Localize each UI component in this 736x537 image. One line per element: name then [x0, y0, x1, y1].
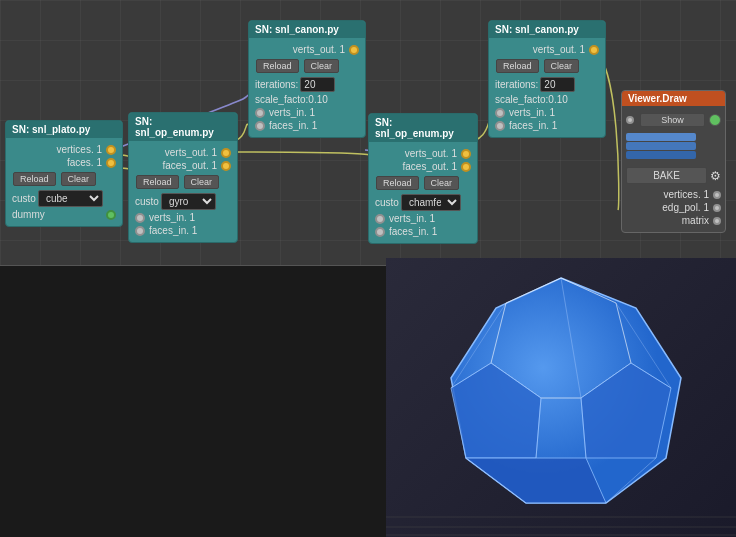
socket-canon1-verts-in [255, 108, 265, 118]
socket-viewer-matrix [713, 217, 721, 225]
node-plato-btn-row: Reload Clear [12, 171, 116, 187]
viewer-verts-out: vertices. 1 [626, 189, 721, 200]
socket-canon2-faces-in [495, 121, 505, 131]
viewer-show-toggle[interactable] [709, 114, 721, 126]
socket-viewer-show [626, 116, 634, 124]
node-op2-clear-btn[interactable]: Clear [424, 176, 460, 190]
3d-shape-viewport [386, 258, 736, 537]
node-plato-custo-dropdown[interactable]: cube [38, 190, 103, 207]
viewer-color-2 [626, 142, 696, 150]
viewer-draw-header: Viewer.Draw [622, 91, 725, 106]
node-editor-canvas: SN: snl_plato.py vertices. 1 faces. 1 Re… [0, 0, 736, 537]
node-op1-faces-in: faces_in. 1 [135, 225, 231, 236]
node-canon1-iter-row: iterations: [255, 77, 359, 92]
node-plato-dummy-row: dummy [12, 209, 116, 220]
node-plato-verts-out: vertices. 1 [12, 144, 116, 155]
node-plato-custo-row: custo cube [12, 190, 116, 207]
node-canon-1-header: SN: snl_canon.py [249, 21, 365, 38]
node-snl-canon-1: SN: snl_canon.py verts_out. 1 Reload Cle… [248, 20, 366, 138]
socket-canon1-faces-in [255, 121, 265, 131]
node-op1-faces-out: faces_out. 1 [135, 160, 231, 171]
socket-op2-verts-out [461, 149, 471, 159]
node-canon1-verts-out: verts_out. 1 [255, 44, 359, 55]
socket-plato-dummy [106, 210, 116, 220]
node-op1-clear-btn[interactable]: Clear [184, 175, 220, 189]
node-plato-faces-out: faces. 1 [12, 157, 116, 168]
node-op1-custo-dropdown[interactable]: gyro [161, 193, 216, 210]
node-canon1-clear-btn[interactable]: Clear [304, 59, 340, 73]
socket-viewer-edg [713, 204, 721, 212]
node-canon2-reload-btn[interactable]: Reload [496, 59, 539, 73]
node-op1-verts-in: verts_in. 1 [135, 212, 231, 223]
node-canon2-verts-in: verts_in. 1 [495, 107, 599, 118]
node-snl-canon-2: SN: snl_canon.py verts_out. 1 Reload Cle… [488, 20, 606, 138]
socket-op1-faces-out [221, 161, 231, 171]
socket-plato-faces-out [106, 158, 116, 168]
socket-op2-verts-in [375, 214, 385, 224]
node-canon2-iter-row: iterations: [495, 77, 599, 92]
viewer-show-row: Show [626, 112, 721, 128]
floor-grid [386, 497, 736, 537]
node-op2-faces-out: faces_out. 1 [375, 161, 471, 172]
node-canon1-verts-in: verts_in. 1 [255, 107, 359, 118]
socket-op1-faces-in [135, 226, 145, 236]
viewer-draw-panel: Viewer.Draw Show BAKE ⚙ vertices. 1 [621, 90, 726, 233]
node-op2-verts-in: verts_in. 1 [375, 213, 471, 224]
socket-canon2-verts-in [495, 108, 505, 118]
node-snl-plato: SN: snl_plato.py vertices. 1 faces. 1 Re… [5, 120, 123, 227]
node-canon2-scale-row: scale_facto:0.10 [495, 94, 599, 105]
socket-op1-verts-out [221, 148, 231, 158]
node-canon1-iter-input[interactable] [300, 77, 335, 92]
viewer-matrix-out: matrix [626, 215, 721, 226]
node-op1-btn-row: Reload Clear [135, 174, 231, 190]
node-canon1-scale-row: scale_facto:0.10 [255, 94, 359, 105]
socket-op1-verts-in [135, 213, 145, 223]
socket-plato-verts-out [106, 145, 116, 155]
node-op-enum-2-header: SN: snl_op_enum.py [369, 114, 477, 142]
socket-viewer-verts [713, 191, 721, 199]
node-snl-op-enum-2: SN: snl_op_enum.py verts_out. 1 faces_ou… [368, 113, 478, 244]
dodecahedron-svg [386, 258, 736, 537]
viewer-edg-out: edg_pol. 1 [626, 202, 721, 213]
node-op-enum-1-header: SN: snl_op_enum.py [129, 113, 237, 141]
node-canon2-clear-btn[interactable]: Clear [544, 59, 580, 73]
node-op1-reload-btn[interactable]: Reload [136, 175, 179, 189]
viewer-show-btn[interactable]: Show [640, 113, 705, 127]
node-op2-custo-row: custo chamfer [375, 194, 471, 211]
socket-op2-faces-in [375, 227, 385, 237]
socket-op2-faces-out [461, 162, 471, 172]
node-canon2-faces-in: faces_in. 1 [495, 120, 599, 131]
viewer-bake-row: BAKE ⚙ [626, 164, 721, 187]
node-plato-clear-btn[interactable]: Clear [61, 172, 97, 186]
node-snl-plato-header: SN: snl_plato.py [6, 121, 122, 138]
node-op2-verts-out: verts_out. 1 [375, 148, 471, 159]
node-plato-reload-btn[interactable]: Reload [13, 172, 56, 186]
viewer-color-strips [626, 130, 721, 162]
node-op1-custo-row: custo gyro [135, 193, 231, 210]
socket-canon2-verts-out [589, 45, 599, 55]
node-op2-btn-row: Reload Clear [375, 175, 471, 191]
node-op2-reload-btn[interactable]: Reload [376, 176, 419, 190]
node-snl-op-enum-1: SN: snl_op_enum.py verts_out. 1 faces_ou… [128, 112, 238, 243]
node-op1-verts-out: verts_out. 1 [135, 147, 231, 158]
viewer-color-1 [626, 133, 696, 141]
node-canon-2-header: SN: snl_canon.py [489, 21, 605, 38]
node-canon2-iter-input[interactable] [540, 77, 575, 92]
node-canon1-faces-in: faces_in. 1 [255, 120, 359, 131]
node-op2-custo-dropdown[interactable]: chamfer [401, 194, 461, 211]
socket-canon1-verts-out [349, 45, 359, 55]
node-canon1-btn-row: Reload Clear [255, 58, 359, 74]
viewer-bake-btn[interactable]: BAKE [626, 167, 707, 184]
node-canon2-btn-row: Reload Clear [495, 58, 599, 74]
viewer-color-3 [626, 151, 696, 159]
gear-icon[interactable]: ⚙ [710, 169, 721, 183]
node-canon2-verts-out: verts_out. 1 [495, 44, 599, 55]
node-op2-faces-in: faces_in. 1 [375, 226, 471, 237]
node-canon1-reload-btn[interactable]: Reload [256, 59, 299, 73]
